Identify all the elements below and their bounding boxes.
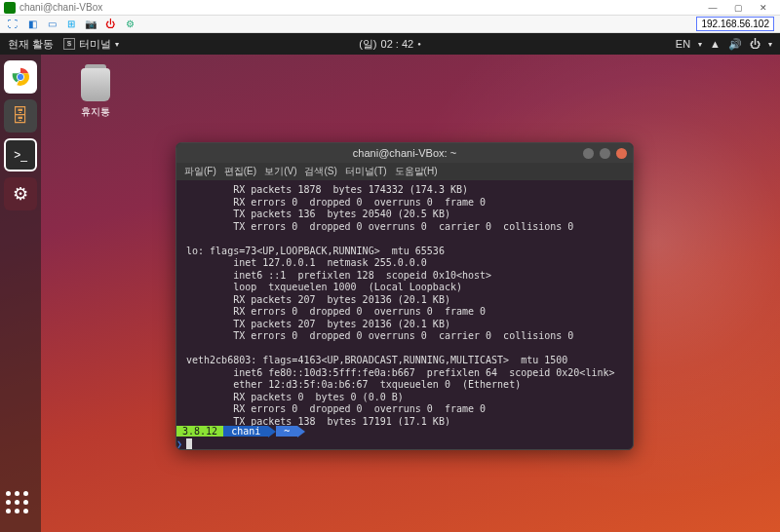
terminal-window[interactable]: chani@chani-VBox: ~ 파일(F) 편집(E) 보기(V) 검색…: [176, 142, 634, 450]
vm-close-icon[interactable]: ⏻: [103, 18, 117, 31]
chevron-down-icon: ▾: [115, 40, 119, 49]
chevron-down-icon: ▾: [768, 40, 772, 49]
terminal-prompt-icon: >_: [14, 148, 27, 162]
seamless-icon[interactable]: ◧: [25, 18, 39, 31]
prompt-env: 3.8.12: [176, 426, 223, 437]
fullscreen-icon[interactable]: ⛶: [6, 18, 20, 31]
terminal-icon: $: [63, 38, 75, 50]
input-source-indicator[interactable]: EN: [676, 38, 690, 50]
snapshot-icon[interactable]: 📷: [84, 18, 98, 31]
windows-icon[interactable]: ⊞: [64, 18, 78, 31]
menu-help[interactable]: 도움말(H): [395, 165, 438, 178]
terminal-prompt[interactable]: 3.8.12 chani ~: [176, 426, 633, 438]
prompt-cwd: ~: [276, 426, 297, 437]
chrome-icon: [10, 66, 31, 88]
files-launcher[interactable]: 🗄: [4, 99, 37, 133]
menu-file[interactable]: 파일(F): [184, 165, 216, 178]
window-maximize-button[interactable]: [600, 148, 610, 159]
prompt-user: chani: [223, 426, 268, 437]
folder-icon: 🗄: [12, 106, 29, 127]
terminal-cursor: [186, 438, 192, 449]
network-icon[interactable]: ▲: [710, 38, 721, 50]
menu-search[interactable]: 검색(S): [304, 165, 336, 178]
terminal-titlebar[interactable]: chani@chani-VBox: ~: [176, 143, 633, 163]
gnome-topbar: 현재 활동 $ 터미널 ▾ (일) 02 : 42 ● EN ▾ ▲ 🔊 ⏻ ▾: [0, 33, 780, 55]
terminal-launcher[interactable]: >_: [4, 138, 37, 171]
host-window-titlebar: chani@chani-VBox — ▢ ✕: [0, 0, 780, 16]
gear-icon: ⚙: [13, 183, 28, 205]
ubuntu-desktop: 현재 활동 $ 터미널 ▾ (일) 02 : 42 ● EN ▾ ▲ 🔊 ⏻ ▾: [0, 33, 780, 532]
clock-time: 02 : 42: [381, 38, 414, 50]
chrome-launcher[interactable]: [4, 60, 37, 94]
minimize-button[interactable]: —: [700, 1, 725, 15]
virtualbox-toolbar: ⛶ ◧ ▭ ⊞ 📷 ⏻ ⚙ 192.168.56.102: [0, 16, 780, 33]
scale-icon[interactable]: ▭: [45, 18, 58, 31]
menu-edit[interactable]: 편집(E): [224, 165, 256, 178]
window-minimize-button[interactable]: [583, 148, 594, 159]
virtualbox-icon: [4, 2, 16, 14]
terminal-menubar: 파일(F) 편집(E) 보기(V) 검색(S) 터미널(T) 도움말(H): [176, 163, 633, 180]
chevron-down-icon: ▾: [698, 40, 702, 49]
menu-terminal[interactable]: 터미널(T): [345, 165, 387, 178]
host-window-title: chani@chani-VBox: [20, 2, 102, 13]
clock[interactable]: (일) 02 : 42 ●: [359, 37, 421, 52]
trash-desktop-icon[interactable]: 휴지통: [72, 68, 119, 119]
activities-button[interactable]: 현재 활동: [8, 37, 54, 52]
terminal-output[interactable]: RX packets 1878 bytes 174332 (174.3 KB) …: [176, 180, 633, 426]
trash-label: 휴지통: [72, 105, 119, 119]
vm-ip-field[interactable]: 192.168.56.102: [696, 17, 774, 31]
sound-icon[interactable]: 🔊: [728, 38, 742, 51]
maximize-button[interactable]: ▢: [725, 1, 751, 15]
trash-icon: [81, 68, 110, 101]
active-app-indicator[interactable]: $ 터미널 ▾: [63, 37, 119, 52]
terminal-title: chani@chani-VBox: ~: [353, 147, 456, 159]
window-close-button[interactable]: [616, 148, 627, 159]
menu-view[interactable]: 보기(V): [264, 165, 296, 178]
svg-point-2: [17, 73, 23, 80]
close-button[interactable]: ✕: [751, 1, 776, 15]
terminal-input-line[interactable]: ❯: [176, 438, 633, 449]
active-app-name: 터미널: [79, 37, 111, 52]
vm-settings-icon[interactable]: ⚙: [123, 18, 136, 31]
power-icon[interactable]: ⏻: [750, 38, 760, 50]
settings-launcher[interactable]: ⚙: [4, 177, 37, 210]
clock-day: (일): [359, 37, 376, 52]
prompt-chevron-icon: ❯: [176, 438, 182, 449]
show-applications-button[interactable]: [6, 491, 35, 520]
launcher-dock: 🗄 >_ ⚙: [0, 55, 41, 532]
